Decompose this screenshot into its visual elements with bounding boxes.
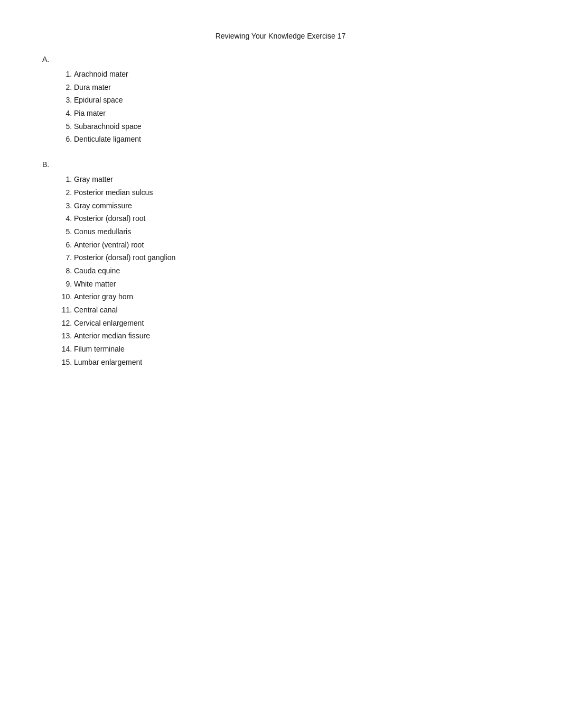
list-item: Cervical enlargement xyxy=(74,318,519,329)
list-item: Subarachnoid space xyxy=(74,121,519,133)
list-item: Posterior median sulcus xyxy=(74,187,519,199)
list-item: Pia mater xyxy=(74,108,519,119)
section-2: B.Gray matterPosterior median sulcusGray… xyxy=(42,160,519,368)
list-item: White matter xyxy=(74,279,519,290)
list-item: Conus medullaris xyxy=(74,226,519,238)
list-item: Central canal xyxy=(74,305,519,316)
list-item: Anterior (ventral) root xyxy=(74,239,519,251)
list-item: Denticulate ligament xyxy=(74,134,519,145)
section-1: A.Arachnoid materDura materEpidural spac… xyxy=(42,55,519,145)
list-item: Posterior (dorsal) root xyxy=(74,213,519,225)
section-label-2: B. xyxy=(42,160,519,169)
list-item: Epidural space xyxy=(74,95,519,106)
page-title: Reviewing Your Knowledge Exercise 17 xyxy=(42,32,519,40)
list-item: Anterior gray horn xyxy=(74,291,519,303)
list-item: Gray commissure xyxy=(74,200,519,212)
list-item: Posterior (dorsal) root ganglion xyxy=(74,252,519,264)
list-item: Dura mater xyxy=(74,82,519,94)
list-item: Lumbar enlargement xyxy=(74,357,519,368)
section-label-1: A. xyxy=(42,55,519,63)
list-item: Anterior median fissure xyxy=(74,330,519,342)
list-item: Filum terminale xyxy=(74,344,519,355)
list-item: Gray matter xyxy=(74,174,519,186)
list-item: Cauda equine xyxy=(74,265,519,277)
list-item: Arachnoid mater xyxy=(74,69,519,80)
